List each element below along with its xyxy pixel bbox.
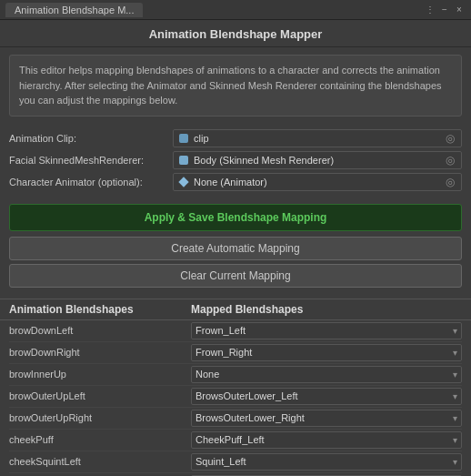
minimize-button[interactable]: − bbox=[438, 4, 451, 16]
facial-renderer-value: Body (Skinned Mesh Renderer) bbox=[194, 155, 441, 166]
mapped-blendshape-select[interactable]: None▾ bbox=[191, 366, 462, 383]
character-animator-icon bbox=[177, 176, 190, 188]
mapped-blendshape-select[interactable]: BrowsOuterLower_Right▾ bbox=[191, 410, 462, 427]
panel-title: Animation Blendshape Mapper bbox=[0, 20, 471, 47]
table-row: cheekSquintRightSquint_Right▾ bbox=[9, 473, 462, 477]
mapped-blendshape-value: Frown_Left bbox=[195, 325, 451, 336]
table-row: browDownRightFrown_Right▾ bbox=[9, 342, 462, 364]
mapped-blendshape-value: BrowsOuterLower_Left bbox=[195, 390, 451, 401]
facial-renderer-label: Facial SkinnedMeshRenderer: bbox=[9, 155, 173, 166]
table-row: cheekSquintLeftSquint_Left▾ bbox=[9, 451, 462, 473]
dropdown-arrow-icon: ▾ bbox=[453, 413, 457, 423]
table-row: browDownLeftFrown_Left▾ bbox=[9, 320, 462, 342]
facial-renderer-picker[interactable]: ◎ bbox=[443, 153, 457, 167]
anim-blendshape-name: browOuterUpLeft bbox=[9, 390, 191, 401]
mapped-blendshape-value: Squint_Left bbox=[195, 456, 451, 467]
mapping-table-header: Animation Blendshapes Mapped Blendshapes bbox=[0, 299, 471, 320]
anim-blendshape-name: browDownLeft bbox=[9, 325, 191, 336]
col-anim-blendshapes: Animation Blendshapes bbox=[9, 303, 191, 316]
mapped-blendshape-select[interactable]: Squint_Left▾ bbox=[191, 453, 462, 471]
animation-clip-field[interactable]: clip ◎ bbox=[173, 129, 462, 147]
dropdown-arrow-icon: ▾ bbox=[453, 435, 457, 445]
dropdown-arrow-icon: ▾ bbox=[453, 457, 457, 467]
menu-icon[interactable]: ⋮ bbox=[424, 4, 436, 16]
fields-section: Animation Clip: clip ◎ Facial SkinnedMes… bbox=[0, 124, 471, 200]
table-row: cheekPuffCheekPuff_Left▾ bbox=[9, 430, 462, 451]
animation-clip-picker[interactable]: ◎ bbox=[443, 131, 457, 146]
buttons-section: Apply & Save Blendshape Mapping Create A… bbox=[0, 200, 471, 299]
description-text: This editor helps mapping blendshapes of… bbox=[9, 55, 462, 116]
apply-save-button[interactable]: Apply & Save Blendshape Mapping bbox=[9, 204, 462, 231]
anim-blendshape-name: cheekSquintLeft bbox=[9, 456, 191, 467]
mapped-blendshape-value: Frown_Right bbox=[195, 347, 451, 358]
anim-blendshape-name: browInnerUp bbox=[9, 369, 191, 380]
animation-clip-icon bbox=[177, 132, 190, 145]
animation-clip-row: Animation Clip: clip ◎ bbox=[9, 129, 462, 147]
facial-renderer-row: Facial SkinnedMeshRenderer: Body (Skinne… bbox=[9, 151, 462, 169]
table-row: browOuterUpRightBrowsOuterLower_Right▾ bbox=[9, 408, 462, 430]
mapped-blendshape-select[interactable]: Frown_Left▾ bbox=[191, 322, 462, 339]
mapped-blendshape-select[interactable]: Frown_Right▾ bbox=[191, 344, 462, 361]
anim-blendshape-name: browOuterUpRight bbox=[9, 412, 191, 423]
animation-clip-label: Animation Clip: bbox=[9, 133, 173, 144]
main-window: Animation Blendshape M... ⋮ − × Animatio… bbox=[0, 0, 471, 476]
character-animator-label: Character Animator (optional): bbox=[9, 177, 173, 187]
animation-clip-value: clip bbox=[194, 133, 441, 144]
dropdown-arrow-icon: ▾ bbox=[453, 348, 457, 358]
dropdown-arrow-icon: ▾ bbox=[453, 326, 457, 336]
mapped-blendshape-value: None bbox=[195, 369, 451, 380]
dropdown-arrow-icon: ▾ bbox=[453, 391, 457, 401]
mapped-blendshape-select[interactable]: CheekPuff_Left▾ bbox=[191, 431, 462, 449]
facial-renderer-field[interactable]: Body (Skinned Mesh Renderer) ◎ bbox=[173, 151, 462, 169]
character-animator-field[interactable]: None (Animator) ◎ bbox=[173, 173, 462, 191]
mapped-blendshape-value: BrowsOuterLower_Right bbox=[195, 412, 451, 423]
mapped-blendshape-select[interactable]: BrowsOuterLower_Left▾ bbox=[191, 388, 462, 405]
table-row: browOuterUpLeftBrowsOuterLower_Left▾ bbox=[9, 386, 462, 408]
table-row: browInnerUpNone▾ bbox=[9, 364, 462, 386]
anim-blendshape-name: browDownRight bbox=[9, 347, 191, 358]
facial-renderer-icon bbox=[177, 154, 190, 167]
anim-blendshape-name: cheekPuff bbox=[9, 434, 191, 445]
create-mapping-button[interactable]: Create Automatic Mapping bbox=[9, 237, 462, 260]
dropdown-arrow-icon: ▾ bbox=[453, 370, 457, 380]
mapping-rows-container[interactable]: browDownLeftFrown_Left▾browDownRightFrow… bbox=[0, 320, 471, 477]
close-button[interactable]: × bbox=[453, 4, 466, 16]
window-tab[interactable]: Animation Blendshape M... bbox=[5, 3, 143, 17]
character-animator-picker[interactable]: ◎ bbox=[443, 175, 457, 189]
col-mapped-blendshapes: Mapped Blendshapes bbox=[191, 303, 462, 316]
clear-mapping-button[interactable]: Clear Current Mapping bbox=[9, 264, 462, 288]
character-animator-value: None (Animator) bbox=[194, 177, 441, 187]
mapped-blendshape-value: CheekPuff_Left bbox=[195, 434, 451, 445]
character-animator-row: Character Animator (optional): None (Ani… bbox=[9, 173, 462, 191]
title-bar-controls: ⋮ − × bbox=[424, 4, 466, 16]
title-bar: Animation Blendshape M... ⋮ − × bbox=[0, 0, 471, 20]
